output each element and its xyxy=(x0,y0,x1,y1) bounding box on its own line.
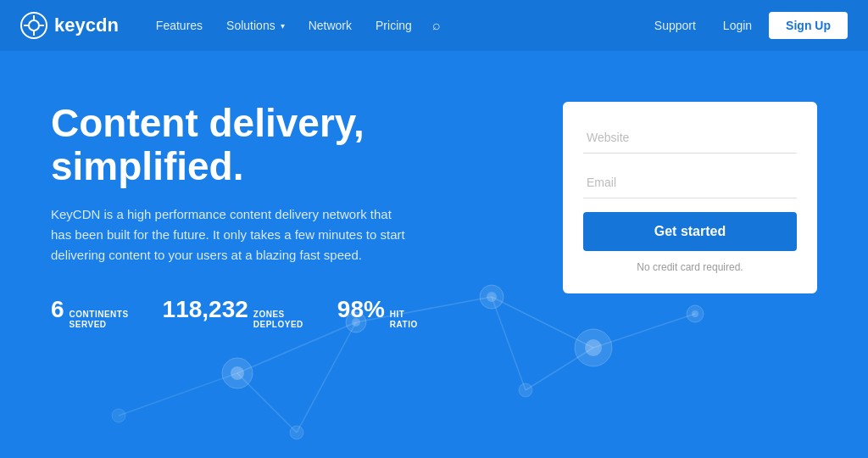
stat-zones: 118,232 ZONES DEPLOYED xyxy=(163,296,303,330)
nav-login[interactable]: Login xyxy=(713,12,762,39)
stats-row: 6 CONTINENTS SERVED 118,232 ZONES DEPLOY… xyxy=(51,296,512,330)
stat-zones-number: 118,232 xyxy=(163,296,248,323)
hero-left: Content delivery, simplified. KeyCDN is … xyxy=(51,102,512,330)
stat-hit-ratio-number: 98% xyxy=(337,296,385,323)
svg-point-16 xyxy=(231,366,244,380)
svg-line-13 xyxy=(526,348,593,390)
stat-hit-ratio-label: HIT RATIO xyxy=(390,310,418,330)
svg-point-15 xyxy=(222,358,253,388)
svg-line-14 xyxy=(119,373,237,416)
svg-point-27 xyxy=(112,409,125,422)
nav-network[interactable]: Network xyxy=(298,12,362,39)
nav-right: Support Login Sign Up xyxy=(644,12,848,39)
svg-point-22 xyxy=(585,339,602,356)
nav-left: Features Solutions ▾ Network Pricing ⌕ xyxy=(146,11,644,40)
logo-text: keycdn xyxy=(54,14,119,36)
search-icon[interactable]: ⌕ xyxy=(426,11,448,40)
stat-zones-label: ZONES DEPLOYED xyxy=(253,310,303,330)
stat-continents-number: 6 xyxy=(51,296,64,323)
stat-hit-ratio: 98% HIT RATIO xyxy=(337,296,418,330)
stat-continents: 6 CONTINENTS SERVED xyxy=(51,296,129,330)
nav-solutions[interactable]: Solutions ▾ xyxy=(216,12,295,39)
get-started-button[interactable]: Get started xyxy=(583,212,797,251)
solutions-chevron-icon: ▾ xyxy=(281,21,285,31)
hero-section: Content delivery, simplified. KeyCDN is … xyxy=(0,51,868,458)
hero-description: KeyCDN is a high performance content del… xyxy=(51,204,407,265)
signup-button[interactable]: Sign Up xyxy=(769,12,848,39)
svg-line-11 xyxy=(297,322,356,433)
svg-point-1 xyxy=(29,20,39,31)
website-input[interactable] xyxy=(583,122,797,154)
email-input[interactable] xyxy=(583,167,797,198)
nav-support[interactable]: Support xyxy=(644,12,706,39)
nav-pricing[interactable]: Pricing xyxy=(365,12,422,39)
logo-icon xyxy=(20,12,47,39)
stat-continents-label: CONTINENTS SERVED xyxy=(70,310,129,330)
hero-title: Content delivery, simplified. xyxy=(51,102,512,187)
nav-features[interactable]: Features xyxy=(146,12,213,39)
svg-line-10 xyxy=(237,373,297,433)
signup-form: Get started No credit card required. xyxy=(563,102,817,293)
logo[interactable]: keycdn xyxy=(20,12,119,39)
svg-point-21 xyxy=(575,329,612,366)
svg-line-9 xyxy=(593,314,695,348)
form-note: No credit card required. xyxy=(583,261,797,273)
svg-point-24 xyxy=(692,310,698,317)
svg-point-26 xyxy=(519,383,532,397)
svg-point-25 xyxy=(290,426,303,439)
navigation: keycdn Features Solutions ▾ Network Pric… xyxy=(0,0,868,51)
svg-point-23 xyxy=(687,305,704,322)
